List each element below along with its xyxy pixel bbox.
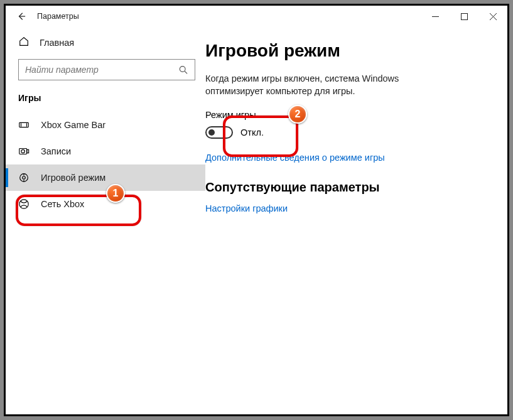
home-icon (18, 36, 30, 49)
related-heading: Сопутствующие параметры (205, 180, 495, 195)
link-graphics-settings[interactable]: Настройки графики (205, 203, 495, 213)
page-description: Когда режим игры включен, система Window… (205, 72, 456, 97)
captures-icon (18, 146, 30, 157)
section-label: Игры (6, 87, 205, 112)
sidebar-item-game-mode[interactable]: Игровой режим (6, 164, 205, 191)
game-mode-toggle[interactable] (205, 126, 233, 139)
home-link[interactable]: Главная (6, 31, 205, 54)
minimize-button[interactable] (421, 6, 450, 27)
game-bar-icon (18, 119, 30, 131)
search-input[interactable] (18, 59, 195, 80)
svg-point-4 (180, 67, 185, 72)
sidebar-item-xbox-game-bar[interactable]: Xbox Game Bar (6, 112, 205, 138)
xbox-network-icon (18, 198, 30, 210)
toggle-knob (208, 129, 215, 136)
arrow-left-icon (17, 12, 26, 21)
link-learn-more[interactable]: Дополнительные сведения о режиме игры (205, 153, 495, 163)
content: Игровой режим Когда режим игры включен, … (205, 27, 507, 414)
sidebar-item-label: Сеть Xbox (41, 199, 84, 209)
body: Главная Игры Xbox Game Bar (6, 27, 507, 414)
window-title: Параметры (37, 12, 79, 21)
page-title: Игровой режим (205, 41, 495, 61)
search-icon (179, 65, 188, 74)
sidebar: Главная Игры Xbox Game Bar (6, 27, 205, 414)
sidebar-item-xbox-network[interactable]: Сеть Xbox (6, 191, 205, 217)
back-button[interactable] (12, 12, 31, 21)
maximize-button[interactable] (450, 6, 478, 27)
settings-window: Параметры Главная (6, 6, 507, 414)
sidebar-item-captures[interactable]: Записи (6, 138, 205, 164)
nav: Xbox Game Bar Записи Игровой режим (6, 112, 205, 217)
minimize-icon (432, 13, 439, 20)
toggle-state-text: Откл. (240, 127, 264, 137)
window-controls (421, 6, 507, 27)
titlebar: Параметры (6, 6, 507, 27)
sidebar-item-label: Xbox Game Bar (41, 120, 105, 130)
game-mode-icon (18, 172, 30, 183)
svg-point-16 (19, 200, 28, 208)
svg-rect-1 (461, 13, 467, 19)
svg-line-5 (185, 71, 187, 73)
toggle-row: Откл. (205, 126, 495, 139)
close-button[interactable] (478, 6, 507, 27)
close-icon (490, 13, 497, 20)
toggle-label: Режим игры (205, 110, 495, 120)
sidebar-item-label: Записи (41, 146, 71, 156)
svg-point-10 (21, 149, 24, 153)
maximize-icon (461, 13, 468, 20)
svg-point-13 (23, 176, 26, 180)
svg-rect-11 (27, 149, 29, 153)
sidebar-item-label: Игровой режим (41, 173, 105, 183)
home-label: Главная (40, 38, 74, 48)
search-wrap (6, 54, 205, 87)
